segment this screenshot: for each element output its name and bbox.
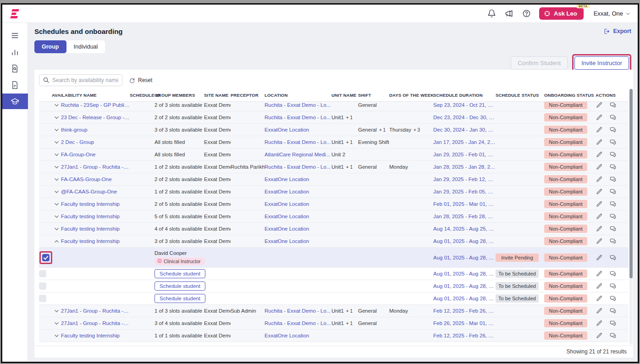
chevron-down-icon[interactable]	[52, 102, 61, 109]
availability-link[interactable]: Faculty testing Internship	[61, 214, 120, 219]
location-link[interactable]: ExxatOne Location	[265, 176, 309, 182]
chevron-down-icon[interactable]	[52, 188, 61, 195]
invite-instructor-button[interactable]: Invite Instructor	[574, 56, 629, 70]
reset-button[interactable]: Reset	[129, 77, 152, 83]
duration-link[interactable]: Jan 28, 2025 - Feb 28, 2025	[433, 214, 496, 219]
sidebar-item-education[interactable]	[2, 94, 28, 109]
comments-icon[interactable]	[609, 200, 616, 208]
location-link[interactable]: Ruchita - Exxat Demo - Lo...	[265, 102, 331, 108]
availability-link[interactable]: @FA-CAAS-Group-One	[61, 189, 117, 194]
row-checkbox[interactable]	[39, 295, 46, 302]
comments-icon[interactable]	[609, 102, 616, 109]
duration-link[interactable]: Aug 01, 2025 - Aug 28, 2025	[433, 255, 496, 260]
availability-link[interactable]: 27Jan1 - Group - Ruchita - E2E	[61, 164, 130, 170]
availability-link[interactable]: 27Jan1 - Group - Ruchita - E2E	[61, 308, 130, 314]
chevron-down-icon[interactable]	[52, 225, 61, 232]
location-link[interactable]: Ruchita - Exxat Demo - Lo...	[265, 115, 331, 120]
chevron-down-icon[interactable]	[52, 151, 61, 158]
edit-pencil-icon[interactable]	[596, 200, 603, 208]
edit-pencil-icon[interactable]	[596, 102, 603, 109]
chevron-up-icon[interactable]	[52, 237, 61, 245]
comments-icon[interactable]	[609, 225, 616, 232]
duration-link[interactable]: Dec 30, 2024 - Jan 30, 2025	[433, 127, 496, 132]
comments-icon[interactable]	[609, 270, 616, 277]
duration-link[interactable]: Aug 01, 2025 - Aug 28, 2025	[433, 271, 496, 276]
edit-pencil-icon[interactable]	[596, 307, 603, 314]
location-link[interactable]: AtlantiCare Regional Medi...	[265, 152, 330, 157]
edit-pencil-icon[interactable]	[596, 126, 603, 133]
location-link[interactable]: ExxatOne Location	[265, 214, 309, 219]
edit-pencil-icon[interactable]	[596, 213, 603, 220]
help-icon[interactable]	[522, 9, 531, 18]
comments-icon[interactable]	[609, 163, 616, 171]
duration-link[interactable]: Dec 23, 2024 - Dec 30, 2024	[433, 115, 496, 120]
availability-link[interactable]: think-group	[61, 127, 88, 132]
availability-link[interactable]: Faculty testing Internship	[61, 333, 120, 338]
edit-pencil-icon[interactable]	[596, 237, 603, 245]
tab-individual[interactable]: Individual	[66, 40, 105, 53]
availability-link[interactable]: 2 Dec - Group	[61, 139, 94, 145]
chevron-down-icon[interactable]	[52, 138, 61, 146]
edit-pencil-icon[interactable]	[596, 188, 603, 195]
comments-icon[interactable]	[609, 138, 616, 146]
duration-link[interactable]: Feb 12, 2025 - Feb 26, 2025	[433, 308, 496, 314]
edit-pencil-icon[interactable]	[596, 295, 603, 302]
duration-link[interactable]: Feb 26, 2025 - Mar 01, 2025	[433, 320, 496, 326]
comments-icon[interactable]	[609, 237, 616, 245]
comments-icon[interactable]	[609, 332, 616, 339]
availability-link[interactable]: Ruchita - 23Sep - GP Public >...	[61, 102, 130, 108]
edit-pencil-icon[interactable]	[596, 176, 603, 183]
comments-icon[interactable]	[609, 213, 616, 220]
duration-link[interactable]: Jan 29, 2025 - Feb 12, 2025	[433, 176, 496, 182]
duration-link[interactable]: Jan 29, 2025 - Feb 01, 2025	[433, 152, 496, 157]
sidebar-item-document-search[interactable]	[2, 61, 28, 76]
duration-link[interactable]: Aug 01, 2025 - Aug 28, 2025	[433, 296, 496, 301]
chevron-down-icon[interactable]	[52, 307, 61, 314]
edit-pencil-icon[interactable]	[596, 332, 603, 339]
location-link[interactable]: Ruchita - Exxat Demo - Lo...	[265, 164, 331, 170]
duration-link[interactable]: Aug 01, 2025 - Aug 28, 2025	[433, 283, 496, 289]
bell-icon[interactable]	[487, 9, 496, 18]
location-link[interactable]: ExxatOne Location	[265, 201, 309, 207]
chevron-down-icon[interactable]	[52, 126, 61, 133]
row-checkbox[interactable]	[42, 254, 50, 261]
ask-leo-button[interactable]: Ask Leo BETA	[539, 7, 584, 20]
comments-icon[interactable]	[609, 126, 616, 133]
availability-link[interactable]: FA-CAAS-Group-One	[61, 176, 112, 182]
edit-pencil-icon[interactable]	[596, 254, 603, 261]
duration-link[interactable]: Aug 01, 2025 - Aug 28, 2025	[433, 238, 496, 244]
comments-icon[interactable]	[609, 282, 616, 290]
row-checkbox[interactable]	[39, 282, 46, 290]
user-menu[interactable]: Exxat, One	[594, 10, 630, 17]
chevron-down-icon[interactable]	[52, 332, 61, 339]
tab-group[interactable]: Group	[34, 40, 66, 53]
location-link[interactable]: ExxatOne Location	[265, 333, 309, 338]
comments-icon[interactable]	[609, 188, 616, 195]
search-input[interactable]	[39, 74, 122, 86]
scrollbar-thumb[interactable]	[629, 89, 633, 278]
schedule-student-button[interactable]: Schedule student	[154, 281, 205, 291]
comments-icon[interactable]	[609, 176, 616, 183]
availability-link[interactable]: 27Jan1 - Group - Ruchita - E2E	[61, 320, 130, 326]
sidebar-item-analytics[interactable]	[2, 44, 28, 60]
duration-link[interactable]: Jan 29, 2025 - Feb 05, 2025	[433, 189, 496, 194]
duration-link[interactable]: Jan 17, 2025 - Jan 24, 2025	[433, 139, 496, 145]
location-link[interactable]: Ruchita - Exxat Demo - Lo...	[265, 308, 331, 314]
confirm-student-button[interactable]: Confirm Student	[511, 56, 568, 70]
announcement-icon[interactable]	[504, 9, 513, 18]
edit-pencil-icon[interactable]	[596, 114, 603, 121]
duration-link[interactable]: Aug 14, 2025 - Aug 25, 2025	[433, 226, 496, 232]
chevron-down-icon[interactable]	[52, 320, 61, 327]
duration-link[interactable]: Feb 01, 2025 - Mar 01, 2025	[433, 201, 496, 207]
edit-pencil-icon[interactable]	[596, 151, 603, 158]
availability-link[interactable]: Faculty testing Internship	[61, 201, 120, 207]
duration-link[interactable]: Feb 12, 2025 - Feb 26, 2025	[433, 333, 496, 338]
comments-icon[interactable]	[609, 151, 616, 158]
chevron-down-icon[interactable]	[52, 213, 61, 220]
chevron-down-icon[interactable]	[52, 200, 61, 208]
sidebar-item-document-report[interactable]	[2, 77, 28, 93]
location-link[interactable]: ExxatOne Location	[265, 226, 309, 232]
comments-icon[interactable]	[609, 307, 616, 314]
availability-link[interactable]: FA-Group-One	[61, 152, 95, 157]
schedule-student-button[interactable]: Schedule student	[154, 269, 205, 278]
